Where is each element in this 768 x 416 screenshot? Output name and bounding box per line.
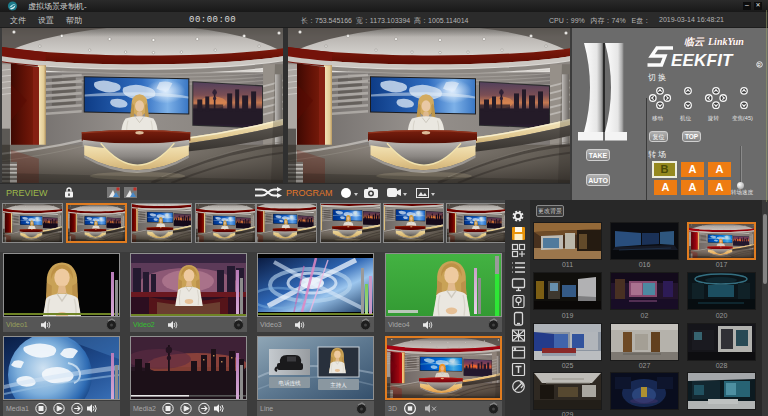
svg-text:EEKFIT: EEKFIT xyxy=(671,51,734,70)
svg-text:电话连线: 电话连线 xyxy=(279,380,302,387)
svg-text:主持人: 主持人 xyxy=(330,382,347,389)
